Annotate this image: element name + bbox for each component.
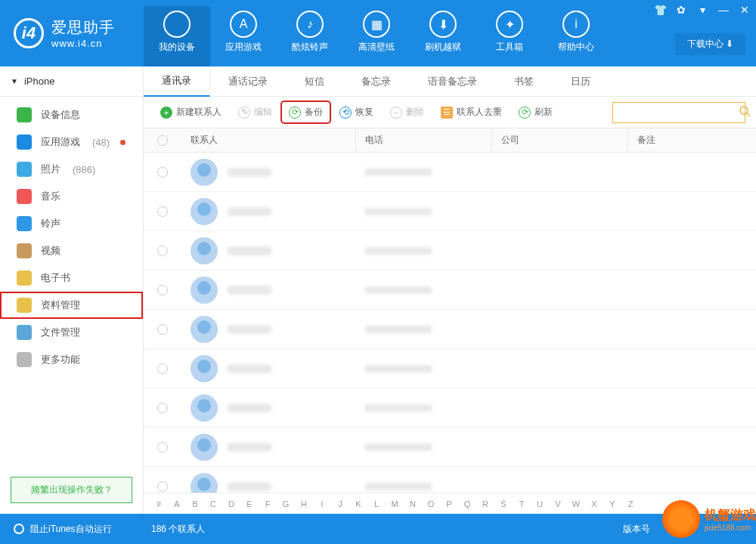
row-checkbox[interactable] xyxy=(157,285,168,295)
sidebar-label: 更多功能 xyxy=(41,353,80,366)
nav-label: 应用游戏 xyxy=(210,41,277,54)
alpha-F[interactable]: F xyxy=(260,499,275,508)
sidebar-item-8[interactable]: 文件管理 xyxy=(0,319,143,346)
close-button[interactable]: ✕ xyxy=(739,5,750,15)
edit-button[interactable]: ✎ 编辑 xyxy=(232,103,278,122)
main-nav-item-4[interactable]: ⬇刷机越狱 xyxy=(410,6,476,66)
shirt-icon[interactable]: 👕 xyxy=(655,5,665,15)
alpha-N[interactable]: N xyxy=(405,499,420,508)
alpha-T[interactable]: T xyxy=(514,499,529,508)
alpha-I[interactable]: I xyxy=(314,499,330,508)
alpha-#[interactable]: # xyxy=(151,499,166,508)
sidebar-item-7[interactable]: 资料管理 xyxy=(0,292,143,319)
sidebar-icon-2 xyxy=(17,162,32,177)
sidebar-item-3[interactable]: 音乐 xyxy=(0,183,143,210)
search-input[interactable] xyxy=(613,107,739,118)
row-checkbox[interactable] xyxy=(157,481,168,492)
table-row[interactable] xyxy=(144,231,756,270)
alpha-D[interactable]: D xyxy=(224,499,239,508)
row-checkbox[interactable] xyxy=(157,167,168,178)
menu-icon[interactable]: ▾ xyxy=(697,5,708,15)
sub-tab-1[interactable]: 通话记录 xyxy=(210,66,287,96)
main-nav-item-1[interactable]: A应用游戏 xyxy=(210,6,277,66)
sub-tab-4[interactable]: 语音备忘录 xyxy=(410,66,496,96)
delete-button[interactable]: − 删除 xyxy=(384,103,430,122)
alpha-O[interactable]: O xyxy=(423,499,438,508)
alpha-J[interactable]: J xyxy=(333,499,348,508)
search-box[interactable] xyxy=(612,102,745,123)
alpha-S[interactable]: S xyxy=(496,499,511,508)
sidebar-count: (886) xyxy=(73,164,95,175)
column-phone[interactable]: 电话 xyxy=(355,128,491,152)
alpha-P[interactable]: P xyxy=(442,499,457,508)
operation-failed-button[interactable]: 频繁出现操作失败？ xyxy=(11,477,132,503)
table-row[interactable] xyxy=(144,153,756,192)
sub-tab-6[interactable]: 日历 xyxy=(553,66,609,96)
alpha-C[interactable]: C xyxy=(206,499,221,508)
table-row[interactable] xyxy=(144,270,756,310)
main-nav-item-3[interactable]: ▦高清壁纸 xyxy=(343,6,410,66)
sub-tab-0[interactable]: 通讯录 xyxy=(144,66,210,97)
alpha-W[interactable]: W xyxy=(569,499,584,508)
restore-button[interactable]: ⟲ 恢复 xyxy=(333,103,380,122)
alpha-Z[interactable]: Z xyxy=(623,499,638,508)
alpha-G[interactable]: G xyxy=(278,499,293,508)
backup-button[interactable]: ⟳ 备份 xyxy=(283,103,329,122)
row-checkbox[interactable] xyxy=(157,363,168,374)
alpha-V[interactable]: V xyxy=(550,499,565,508)
refresh-button[interactable]: ⟳ 刷新 xyxy=(513,103,559,122)
minimize-button[interactable]: — xyxy=(718,5,729,15)
select-all-checkbox[interactable] xyxy=(157,135,168,146)
alpha-A[interactable]: A xyxy=(169,499,184,508)
alpha-R[interactable]: R xyxy=(478,499,493,508)
download-center-button[interactable]: 下载中心 ⬇ xyxy=(675,33,745,55)
alpha-B[interactable]: B xyxy=(187,499,203,508)
sidebar-item-5[interactable]: 视频 xyxy=(0,237,143,264)
row-checkbox[interactable] xyxy=(157,206,168,217)
row-checkbox[interactable] xyxy=(157,442,168,453)
main-nav-item-6[interactable]: i帮助中心 xyxy=(543,6,609,66)
sidebar-item-6[interactable]: 电子书 xyxy=(0,264,143,292)
alpha-Y[interactable]: Y xyxy=(605,499,620,508)
alpha-Q[interactable]: Q xyxy=(460,499,475,508)
sub-tab-3[interactable]: 备忘录 xyxy=(343,66,410,96)
sidebar-item-0[interactable]: 设备信息 xyxy=(0,101,143,128)
alpha-H[interactable]: H xyxy=(296,499,311,508)
sub-tab-5[interactable]: 书签 xyxy=(496,66,553,96)
table-row[interactable] xyxy=(144,349,756,388)
new-contact-button[interactable]: + 新建联系人 xyxy=(154,103,228,122)
alpha-L[interactable]: L xyxy=(369,499,384,508)
row-checkbox[interactable] xyxy=(157,246,168,256)
table-row[interactable] xyxy=(144,428,756,467)
block-itunes-toggle[interactable]: 阻止iTunes自动运行 xyxy=(14,523,112,536)
table-row[interactable] xyxy=(144,388,756,428)
table-row[interactable] xyxy=(144,467,756,493)
sidebar-item-9[interactable]: 更多功能 xyxy=(0,346,143,373)
row-checkbox[interactable] xyxy=(157,324,168,335)
phone-blurred xyxy=(364,483,432,490)
sidebar-item-4[interactable]: 铃声 xyxy=(0,210,143,237)
column-contact[interactable]: 联系人 xyxy=(181,128,355,152)
alpha-U[interactable]: U xyxy=(532,499,547,508)
column-company[interactable]: 公司 xyxy=(491,128,627,152)
table-row[interactable] xyxy=(144,192,756,231)
column-remark[interactable]: 备注 xyxy=(627,128,756,152)
block-itunes-label: 阻止iTunes自动运行 xyxy=(30,523,112,536)
alpha-X[interactable]: X xyxy=(587,499,602,508)
app-logo: i4 爱思助手 www.i4.cn xyxy=(0,0,144,66)
dedupe-button[interactable]: ☰ 联系人去重 xyxy=(435,103,508,122)
main-nav-item-5[interactable]: ✦工具箱 xyxy=(476,6,543,66)
alpha-M[interactable]: M xyxy=(387,499,402,508)
sidebar-item-2[interactable]: 照片(886) xyxy=(0,156,143,183)
search-icon[interactable] xyxy=(739,105,751,120)
sub-tab-2[interactable]: 短信 xyxy=(287,66,343,96)
sidebar-item-1[interactable]: 应用游戏(48) xyxy=(0,128,143,156)
main-nav-item-0[interactable]: 我的设备 xyxy=(144,6,210,66)
main-nav-item-2[interactable]: ♪酷炫铃声 xyxy=(277,6,343,66)
alpha-E[interactable]: E xyxy=(242,499,257,508)
alpha-K[interactable]: K xyxy=(351,499,366,508)
settings-icon[interactable]: ✿ xyxy=(676,5,686,15)
table-row[interactable] xyxy=(144,310,756,349)
device-selector[interactable]: ▼ iPhone xyxy=(0,66,143,97)
row-checkbox[interactable] xyxy=(157,403,168,413)
